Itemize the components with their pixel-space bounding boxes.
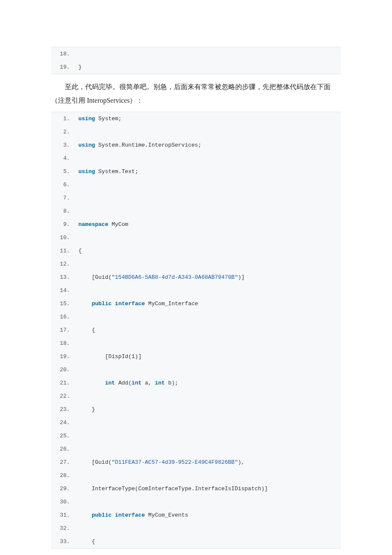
code-line: 20.: [51, 363, 341, 376]
code-content: int Add(int a, int b);: [70, 376, 178, 390]
code-content: using System.Text;: [70, 165, 138, 178]
code-block-1: 18.19.}: [51, 47, 341, 74]
document-page: 18.19.} 至此，代码完毕。很简单吧。别急，后面来有常常被忽略的步骤，先把整…: [0, 0, 392, 555]
line-number: 1.: [55, 112, 70, 125]
code-line: 26.: [51, 442, 341, 456]
code-line: 33. {: [51, 535, 341, 548]
token-plain: [112, 512, 115, 518]
code-line: 6.: [51, 178, 341, 191]
token-kw: using: [78, 168, 95, 175]
token-kw: namespace: [78, 221, 108, 228]
line-number: 15.: [55, 297, 70, 310]
token-plain: [DispId(1)]: [78, 353, 141, 360]
line-number: 2.: [55, 125, 70, 139]
code-content: {: [70, 535, 95, 548]
line-number: 22.: [55, 390, 70, 403]
token-plain: System.Runtime.InteropServices;: [95, 142, 202, 148]
token-kw: int: [105, 380, 115, 386]
code-line: 27. [Guid("D11FEA37-AC57-4d39-9522-E49C4…: [51, 456, 341, 469]
token-str: "154BD6A6-5AB8-4d7d-A343-0A68AB79470B": [112, 274, 238, 280]
line-number: 7.: [55, 191, 70, 205]
token-plain: [78, 380, 105, 386]
token-plain: MyCom_Events: [145, 512, 188, 518]
line-number: 30.: [55, 495, 70, 509]
line-number: 4.: [55, 152, 70, 165]
code-line: 16.: [51, 310, 341, 324]
code-content: }: [70, 403, 95, 416]
line-number: 6.: [55, 178, 70, 191]
code-line: 12.: [51, 257, 341, 271]
code-content: [Guid("154BD6A6-5AB8-4d7d-A343-0A68AB794…: [70, 271, 245, 284]
code-line: 29. InterfaceType(ComInterfaceType.Inter…: [51, 482, 341, 495]
line-number: 3.: [55, 139, 70, 152]
line-number: 18.: [55, 47, 70, 61]
code-line: 3.using System.Runtime.InteropServices;: [51, 139, 341, 152]
token-plain: b);: [165, 380, 178, 386]
code-line: 23. }: [51, 403, 341, 416]
line-number: 29.: [55, 482, 70, 495]
code-content: InterfaceType(ComInterfaceType.Interface…: [70, 482, 268, 495]
code-line: 1.using System;: [51, 112, 341, 125]
line-number: 18.: [55, 337, 70, 350]
token-kw: using: [78, 116, 95, 122]
line-number: 12.: [55, 257, 70, 271]
code-line: 10.: [51, 231, 341, 244]
token-str: "D11FEA37-AC57-4d39-9522-E49C4F9826BB": [112, 459, 238, 465]
line-number: 25.: [55, 429, 70, 442]
line-number: 19.: [55, 350, 70, 363]
token-kw: interface: [115, 301, 145, 307]
line-number: 5.: [55, 165, 70, 178]
token-plain: {: [78, 248, 82, 254]
code-content: namespace MyCom: [70, 218, 128, 231]
token-plain: a,: [141, 380, 155, 386]
code-line: 30.: [51, 495, 341, 509]
token-plain: [112, 301, 115, 307]
code-line: 15. public interface MyCom_Interface: [51, 297, 341, 310]
token-kw: public: [92, 512, 112, 518]
line-number: 17.: [55, 324, 70, 337]
token-plain: [Guid(: [78, 274, 112, 280]
line-number: 33.: [55, 535, 70, 548]
token-plain: ),: [238, 459, 245, 465]
line-number: 32.: [55, 522, 70, 535]
token-kw: interface: [115, 512, 145, 518]
code-content: public interface MyCom_Interface: [70, 297, 198, 310]
code-line: 18.: [51, 47, 341, 61]
code-line: 19. [DispId(1)]: [51, 350, 341, 363]
code-line: 24.: [51, 416, 341, 429]
code-block-2: 1.using System;2.3.using System.Runtime.…: [51, 112, 341, 549]
body-paragraph: 至此，代码完毕。很简单吧。别急，后面来有常常被忽略的步骤，先把整体代码放在下面（…: [51, 80, 341, 107]
line-number: 10.: [55, 231, 70, 244]
line-number: 31.: [55, 509, 70, 522]
code-line: 21. int Add(int a, int b);: [51, 376, 341, 390]
line-number: 11.: [55, 244, 70, 257]
line-number: 19.: [55, 61, 70, 74]
token-kw: using: [78, 142, 95, 148]
code-line: 17. {: [51, 324, 341, 337]
line-number: 27.: [55, 456, 70, 469]
code-line: 5.using System.Text;: [51, 165, 341, 178]
code-content: {: [70, 324, 95, 337]
line-number: 14.: [55, 284, 70, 297]
token-kw: int: [155, 380, 164, 386]
token-plain: MyCom_Interface: [145, 301, 198, 307]
code-line: 31. public interface MyCom_Events: [51, 509, 341, 522]
token-plain: Add(: [115, 380, 132, 386]
line-number: 8.: [55, 205, 70, 218]
code-line: 13. [Guid("154BD6A6-5AB8-4d7d-A343-0A68A…: [51, 271, 341, 284]
code-line: 25.: [51, 429, 341, 442]
token-kw: public: [92, 301, 112, 307]
token-plain: InterfaceType(ComInterfaceType.Interface…: [78, 486, 268, 492]
code-line: 9.namespace MyCom: [51, 218, 341, 231]
code-line: 32.: [51, 522, 341, 535]
code-line: 14.: [51, 284, 341, 297]
code-line: 18.: [51, 337, 341, 350]
code-line: 11.{: [51, 244, 341, 257]
code-line: 2.: [51, 125, 341, 139]
code-content: }: [70, 61, 82, 74]
code-content: [DispId(1)]: [70, 350, 141, 363]
token-plain: [Guid(: [78, 459, 112, 465]
line-number: 16.: [55, 310, 70, 324]
code-content: {: [70, 244, 82, 257]
code-content: [Guid("D11FEA37-AC57-4d39-9522-E49C4F982…: [70, 456, 245, 469]
